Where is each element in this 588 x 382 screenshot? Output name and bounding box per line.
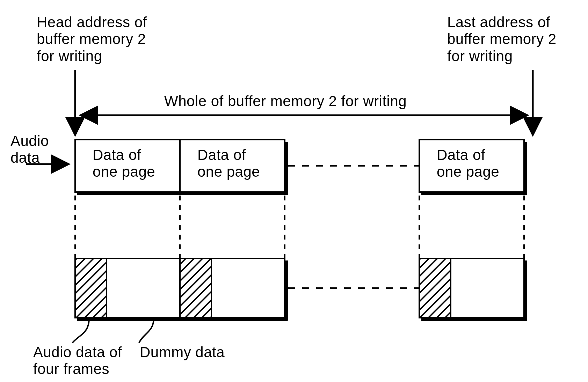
page2-label: Data of one page — [197, 147, 260, 181]
svg-rect-21 — [75, 258, 107, 318]
last-address-label: Last address of buffer memory 2 for writ… — [447, 14, 557, 65]
dummy-data-label: Dummy data — [140, 344, 225, 361]
svg-rect-27 — [419, 258, 451, 318]
page1-label: Data of one page — [93, 147, 155, 181]
audio-four-frames-label: Audio data of four frames — [33, 344, 122, 378]
audio-data-label: Audio data — [10, 133, 49, 167]
head-address-label: Head address of buffer memory 2 for writ… — [37, 14, 147, 65]
whole-buffer-label: Whole of buffer memory 2 for writing — [164, 93, 407, 110]
svg-rect-22 — [180, 258, 211, 318]
diagram-root: Head address of buffer memory 2 for writ… — [0, 0, 588, 382]
page3-label: Data of one page — [437, 147, 499, 181]
